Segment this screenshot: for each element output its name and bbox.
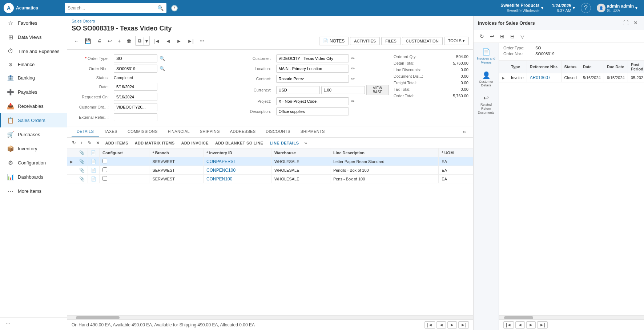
sidebar-item-banking[interactable]: 🏦 Banking [0,71,67,85]
tab-shipping[interactable]: SHIPPING [195,126,225,137]
rp-undo-button[interactable]: ↩ [488,32,496,40]
rp-table-row[interactable]: ▶ Invoice AR013607 Closed 5/16/2024 6/15… [499,73,644,82]
rp-sidebar-customer[interactable]: 👤 CustomerDetails [475,69,497,91]
rp-expand-icon[interactable]: ▶ [502,76,505,80]
tab-discounts[interactable]: DISCOUNTS [261,126,295,137]
configurat-checkbox[interactable] [102,159,107,163]
last-record-button[interactable]: ►| [185,37,196,45]
sidebar-item-inventory[interactable]: 📦 Inventory [0,142,67,156]
status-first-button[interactable]: |◄ [424,321,435,329]
attach-icon[interactable]: 📎 [79,159,85,164]
sidebar-item-dataviews[interactable]: ⊞ Data Views [0,30,67,44]
delete-button[interactable]: 🗑 [124,37,134,45]
description-input[interactable] [276,107,349,115]
note-icon[interactable]: 📄 [91,176,96,182]
copy-dropdown[interactable]: ▾ [144,37,149,45]
table-row[interactable]: 📎 📄 SERVWEST CONPEN100 WHOLESALE Pens - … [67,175,473,183]
files-button[interactable]: FILES [381,37,401,45]
add-invoice-button[interactable]: ADD INVOICE [178,140,212,146]
rp-last-button[interactable]: ►| [537,321,548,329]
contact-edit-icon[interactable]: ✏ [350,76,355,82]
add-items-button[interactable]: ADD ITEMS [102,140,131,146]
sidebar-item-moreitems[interactable]: ⋯ More Items [0,184,67,198]
currency-input[interactable] [276,86,320,94]
sidebar-item-dashboards[interactable]: 📊 Dashboards [0,170,67,184]
sidebar-item-purchases[interactable]: 🛒 Purchases [0,127,67,142]
breadcrumb[interactable]: Sales Orders [72,19,469,23]
contact-input[interactable] [276,75,349,83]
rp-layout-button[interactable]: ⊞ [498,32,506,40]
project-input[interactable] [276,97,349,105]
customer-edit-icon[interactable]: ✏ [350,55,355,62]
history-button[interactable]: 🕐 [169,3,180,13]
sidebar-item-receivables[interactable]: 📥 Receivables [0,99,67,113]
rp-sidebar-related[interactable]: ↩ RelatedReturnDocuments [475,92,497,117]
horizontal-scrollbar[interactable] [67,315,473,319]
customization-button[interactable]: CUSTOMIZATION [402,37,443,45]
search-icon-button[interactable]: 🔍 [157,5,164,11]
tab-details[interactable]: DETAILS [72,126,99,137]
add-blanket-so-line-button[interactable]: ADD BLANKET SO LINE [212,140,266,146]
sidebar-item-salesorders[interactable]: 📋 Sales Orders [0,113,67,127]
add-button[interactable]: + [116,37,123,45]
rp-refresh-button[interactable]: ↻ [478,32,486,40]
sidebar-collapse[interactable]: ⋯ [0,317,67,330]
add-matrix-items-button[interactable]: ADD MATRIX ITEMS [132,140,178,146]
delete-row-button[interactable]: ✕ [94,139,102,147]
requested-on-input[interactable] [114,93,157,101]
order-nbr-search-icon[interactable]: 🔍 [159,65,166,72]
more-detail-actions-button[interactable]: » [302,139,309,147]
order-type-search-icon[interactable]: 🔍 [159,55,166,62]
more-actions-button[interactable]: ··· [197,36,206,46]
customer-input[interactable] [276,54,349,62]
company-selector[interactable]: Sweetlife Products Sweetlife Wholesale ▾ [498,1,546,15]
undo-button[interactable]: ↩ [105,37,114,45]
notes-button[interactable]: 📄 NOTES [319,37,349,45]
order-nbr-input[interactable] [114,65,157,73]
table-row[interactable]: 📎 📄 SERVWEST CONPENC100 WHOLESALE Pencil… [67,166,473,175]
sidebar-item-favorites[interactable]: ☆ Favorites [0,16,67,30]
help-button[interactable]: ? [581,3,591,13]
customer-ord-input[interactable] [114,103,157,111]
copy-button[interactable]: ⧉ [136,36,144,45]
rp-sidebar-invoices[interactable]: 📄 Invoices andMemos [475,46,497,68]
inventory-id-link[interactable]: CONPEN100 [206,176,232,182]
attach-icon[interactable]: 📎 [79,168,85,173]
tabs-more-button[interactable]: » [460,127,469,137]
line-details-button[interactable]: LINE DETAILS [267,140,302,146]
order-type-input[interactable] [114,54,157,62]
sidebar-item-finance[interactable]: $ Finance [0,58,67,71]
rp-first-button[interactable]: |◄ [503,321,514,329]
print-button[interactable]: 🖨 [94,37,104,45]
external-refer-input[interactable] [114,113,157,121]
table-row[interactable]: ▶ 📎 📄 SERVWEST CONPAPERST WHOLESALE Lett… [67,157,473,166]
location-input[interactable] [276,65,349,73]
note-icon[interactable]: 📄 [91,159,96,164]
expand-icon[interactable]: ▶ [70,160,73,164]
attach-icon[interactable]: 📎 [79,176,85,182]
tab-financial[interactable]: FINANCIAL [163,126,195,137]
note-icon[interactable]: 📄 [91,168,96,173]
inventory-id-link[interactable]: CONPAPERST [206,159,236,164]
status-prev-button[interactable]: ◄ [436,321,446,329]
search-bar[interactable]: 🔍 [65,3,166,13]
rp-prev-button[interactable]: ◄ [515,321,525,329]
first-record-button[interactable]: |◄ [151,37,162,45]
prev-record-button[interactable]: ◄ [164,37,173,45]
location-edit-icon[interactable]: ✏ [350,65,355,72]
date-input[interactable] [114,83,157,91]
rp-horizontal-scrollbar[interactable] [499,315,644,319]
user-menu[interactable]: 👤 admin admin SL-USA ▾ [594,2,640,14]
tab-addresses[interactable]: ADDRESSES [225,126,261,137]
datetime-display[interactable]: 1/24/2025 6:37 AM ▾ [549,2,578,14]
app-logo[interactable]: A Acumatica [4,3,62,13]
rp-next-button[interactable]: ► [526,321,536,329]
search-input[interactable] [68,5,156,11]
add-row-button[interactable]: + [79,139,85,147]
inventory-id-link[interactable]: CONPENC100 [206,168,236,173]
refresh-detail-button[interactable]: ↻ [70,139,78,147]
rp-close-button[interactable]: ✕ [632,19,640,27]
sidebar-item-timeexpenses[interactable]: ⏱ Time and Expenses [0,44,67,58]
status-next-button[interactable]: ► [447,321,457,329]
currency-rate-input[interactable] [321,86,365,94]
